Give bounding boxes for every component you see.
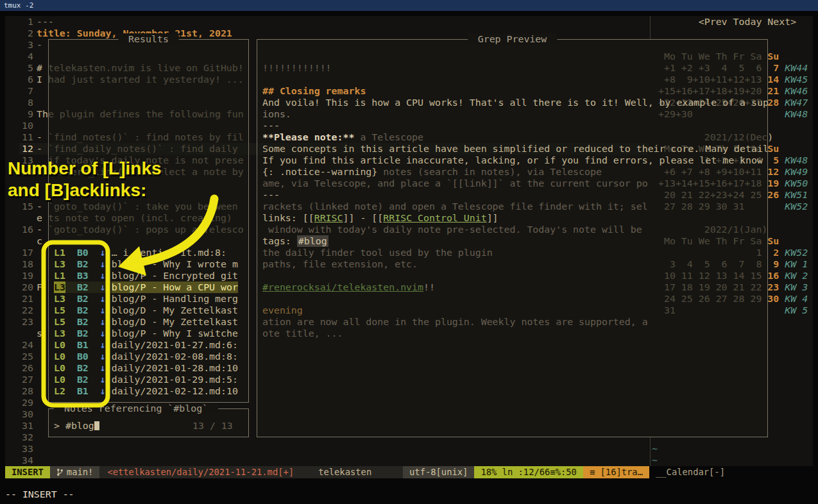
preview-line: **Please note:** a Telescope xyxy=(262,131,423,143)
line-number: 34 xyxy=(5,455,33,466)
git-branch-label: main! xyxy=(67,466,94,478)
buffer-line: c xyxy=(37,235,42,247)
result-row[interactable]: L3 B2 ↓ blog/P - Why I wrote m xyxy=(54,258,238,270)
preview-segment: Some concepts in this article have been … xyxy=(262,143,769,155)
preview-segment: RRISC xyxy=(314,212,343,224)
note-name: blog/P - Handling merg xyxy=(112,293,238,305)
preview-line: the daily finder tool used by the plugin xyxy=(262,247,493,258)
backlinks-count: B2 xyxy=(77,374,89,385)
buffer-line: - xyxy=(37,39,42,51)
git-branch-segment: main! xyxy=(50,466,100,478)
result-row[interactable]: L5 B2 ↓ blog/D - My Zettelkast xyxy=(54,316,238,328)
note-name: blog/P - Why I wrote m xyxy=(112,258,238,270)
note-arrow-icon: ↓ xyxy=(100,258,106,270)
preview-segment: **Please note:** xyxy=(262,131,354,143)
line-number: 26 xyxy=(5,362,33,374)
result-row[interactable]: L0 B2 ↓ daily/2021-01-28.md:10 xyxy=(54,362,238,374)
links-count: L0 xyxy=(54,362,65,374)
note-name: blog/P - How a CPU wor xyxy=(112,281,238,293)
preview-line: {: .notice--warning} notes (search in no… xyxy=(262,166,602,178)
search-input[interactable]: > #blog xyxy=(54,420,99,432)
preview-segment: ## Closing remarks xyxy=(262,85,366,97)
result-row[interactable]: L1 B3 ↓ blog/P - Encrypted git xyxy=(54,270,238,281)
note-arrow-icon: ↓ xyxy=(100,293,106,305)
buffer-line: F xyxy=(37,281,42,293)
backlinks-count: B2 xyxy=(77,281,89,293)
calendar-week-number: KW52 xyxy=(779,247,808,258)
preview-window-title: Grep Preview xyxy=(468,33,558,45)
preview-segment: window with today's daily note pre-selec… xyxy=(262,224,642,235)
preview-line: evening xyxy=(262,305,303,316)
preview-segment: the daily finder tool used by the plugin xyxy=(262,247,493,258)
result-row[interactable]: L1 B0 ↓ … i mention it.md:8: xyxy=(54,247,226,258)
result-row[interactable]: L0 B2 ↓ daily/2021-01-29.md:5: xyxy=(54,374,238,385)
result-row[interactable]: L0 B1 ↓ daily/2021-01-27.md:6: xyxy=(54,339,238,351)
line-number: 8 xyxy=(5,97,33,108)
annotation-text: Number of [L]inksand [B]acklinks: xyxy=(8,158,162,201)
search-query-text: #blog xyxy=(65,420,94,432)
calendar-week-number: KW48 xyxy=(779,108,808,120)
preview-line: ame, via Telescope, and place a `[[link]… xyxy=(262,178,648,189)
line-number: 17 xyxy=(5,247,33,258)
git-branch-icon xyxy=(56,468,64,476)
preview-line: --- xyxy=(262,120,280,131)
preview-segment: #renerocksai/telekasten.nvim xyxy=(262,281,423,293)
note-name: blog/D - My Zettelkast xyxy=(112,305,238,316)
preview-segment: ]] xyxy=(487,212,498,224)
note-name: blog/P - Why I switche xyxy=(112,328,238,339)
links-count: L0 xyxy=(54,339,65,351)
result-row[interactable]: L2 B1 ↓ daily/2021-02-12.md:10 xyxy=(54,385,238,397)
note-arrow-icon: ↓ xyxy=(100,351,106,362)
note-name: blog/P - Encrypted git xyxy=(112,270,238,281)
links-count: L0 xyxy=(54,374,65,385)
preview-line: If you find this article inaccurate, lac… xyxy=(262,155,763,166)
line-number: 20 xyxy=(5,281,33,293)
preview-segment: ote title, ... xyxy=(262,328,343,339)
preview-line: --- xyxy=(262,189,280,201)
note-arrow-icon: ↓ xyxy=(100,316,106,328)
note-name: daily/2021-02-08.md:8: xyxy=(112,351,238,362)
result-row[interactable]: L5 B2 ↓ blog/D - My Zettelkast xyxy=(54,305,238,316)
links-count: L1 xyxy=(54,247,65,258)
note-arrow-icon: ↓ xyxy=(100,385,106,397)
buffer-line: s xyxy=(37,328,42,339)
note-name: daily/2021-01-27.md:6: xyxy=(112,339,238,351)
backlinks-count: B0 xyxy=(77,351,89,362)
preview-segment: ions. xyxy=(262,108,291,120)
preview-line: ions. xyxy=(262,108,291,120)
result-row[interactable]: L3 B2 ↓ blog/P - How a CPU wor xyxy=(54,281,238,293)
line-number: 33 xyxy=(5,443,33,455)
preview-line: #renerocksai/telekasten.nvim!! xyxy=(262,281,435,293)
preview-segment: !!!!!!!!!!!! xyxy=(262,62,332,74)
preview-segment: If you find this article inaccurate, lac… xyxy=(262,155,763,166)
prompt-window-title: Notes referencing `#blog` xyxy=(54,403,218,414)
annotation-line1: Number of [L]inks xyxy=(8,158,162,178)
annotation-line2: and [B]acklinks: xyxy=(8,180,146,200)
backlinks-count: B2 xyxy=(77,258,89,270)
preview-segment: !! xyxy=(423,281,435,293)
calendar-week-number: KW44 xyxy=(779,62,808,74)
calendar-week-number: KW45 xyxy=(779,74,808,85)
line-number: 6 xyxy=(5,74,33,85)
line-number: 1 xyxy=(5,16,33,28)
prompt-prefix: > xyxy=(54,420,65,432)
text-cursor xyxy=(94,421,99,430)
line-number: 24 xyxy=(5,339,33,351)
backlinks-count: B3 xyxy=(77,270,89,281)
calendar-nav[interactable]: <Prev Today Next> xyxy=(658,16,796,28)
command-line-mode-text: -- INSERT -- xyxy=(5,489,74,501)
links-count: L2 xyxy=(54,385,65,397)
result-row[interactable]: L3 B2 ↓ blog/P - Why I switche xyxy=(54,328,238,339)
preview-line: ote title, ... xyxy=(262,328,343,339)
buffer-indicator: ≡ [16]tra… xyxy=(583,466,649,478)
tmux-session-title: tmux -2 xyxy=(4,1,33,10)
links-count: L3 xyxy=(54,281,65,293)
preview-segment: --- xyxy=(262,189,280,201)
calendar-window-statusline: __Calendar[-] xyxy=(656,466,725,478)
result-row[interactable]: L3 B2 ↓ blog/P - Handling merg xyxy=(54,293,238,305)
calendar-week-number: KW46 xyxy=(779,85,808,97)
backlinks-count: B1 xyxy=(77,385,89,397)
preview-segment: notes (search in notes), via Telescope xyxy=(377,166,602,178)
result-row[interactable]: L0 B0 ↓ daily/2021-02-08.md:8: xyxy=(54,351,238,362)
preview-segment: links: [[ xyxy=(262,212,314,224)
